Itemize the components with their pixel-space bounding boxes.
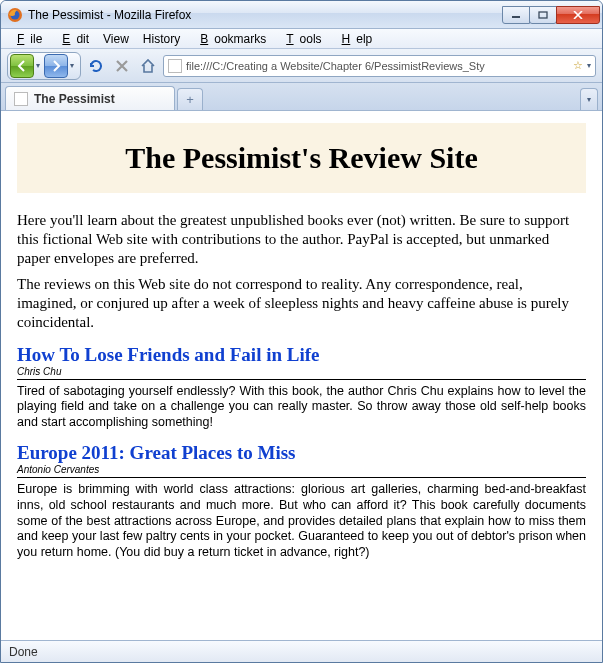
review-author: Chris Chu [17,366,586,380]
menubar: File Edit View History Bookmarks Tools H… [1,29,602,49]
bookmark-star-icon[interactable]: ☆ [573,59,583,72]
window-titlebar: The Pessimist - Mozilla Firefox [1,1,602,29]
reload-button[interactable] [85,55,107,77]
close-button[interactable] [556,6,600,24]
review-2: Europe 2011: Great Places to Miss Antoni… [17,442,586,560]
url-bar[interactable]: file:///C:/Creating a Website/Chapter 6/… [163,55,596,77]
svg-rect-2 [512,16,520,18]
page-viewport: The Pessimist's Review Site Here you'll … [1,111,602,640]
navigation-toolbar: ▾ ▾ file:///C:/Creating a Website/Chapte… [1,49,602,83]
menu-edit[interactable]: Edit [50,30,95,48]
review-body: Tired of sabotaging yourself endlessly? … [17,384,586,431]
maximize-button[interactable] [529,6,557,24]
tab-label: The Pessimist [34,92,115,106]
banner: The Pessimist's Review Site [17,123,586,193]
minimize-button[interactable] [502,6,530,24]
url-text: file:///C:/Creating a Website/Chapter 6/… [186,60,569,72]
review-1: How To Lose Friends and Fail in Life Chr… [17,344,586,431]
home-button[interactable] [137,55,159,77]
menu-history[interactable]: History [137,30,186,48]
back-button[interactable] [10,54,34,78]
menu-bookmarks[interactable]: Bookmarks [188,30,272,48]
review-author: Antonio Cervantes [17,464,586,478]
menu-view[interactable]: View [97,30,135,48]
intro-paragraph-1: Here you'll learn about the greatest unp… [17,211,586,267]
review-body: Europe is brimming with world class attr… [17,482,586,560]
menu-tools[interactable]: Tools [274,30,327,48]
menu-help[interactable]: Help [330,30,379,48]
menu-file[interactable]: File [5,30,48,48]
status-text: Done [9,645,38,659]
nav-cluster: ▾ ▾ [7,52,81,80]
tabstrip: The Pessimist + ▾ [1,83,602,111]
back-history-dropdown[interactable]: ▾ [34,61,44,70]
tab-page-icon [14,92,28,106]
forward-button[interactable] [44,54,68,78]
window-title: The Pessimist - Mozilla Firefox [28,8,503,22]
new-tab-button[interactable]: + [177,88,203,110]
review-title: How To Lose Friends and Fail in Life [17,344,586,366]
url-dropdown-icon[interactable]: ▾ [587,61,591,70]
stop-button[interactable] [111,55,133,77]
statusbar: Done [1,640,602,662]
intro-section: Here you'll learn about the greatest unp… [17,211,586,332]
tab-active[interactable]: The Pessimist [5,86,175,110]
review-title: Europe 2011: Great Places to Miss [17,442,586,464]
page-icon [168,59,182,73]
page-title: The Pessimist's Review Site [27,141,576,175]
forward-history-dropdown[interactable]: ▾ [68,61,78,70]
firefox-icon [7,7,23,23]
svg-rect-3 [539,12,547,18]
tabstrip-menu-button[interactable]: ▾ [580,88,598,110]
intro-paragraph-2: The reviews on this Web site do not corr… [17,275,586,331]
